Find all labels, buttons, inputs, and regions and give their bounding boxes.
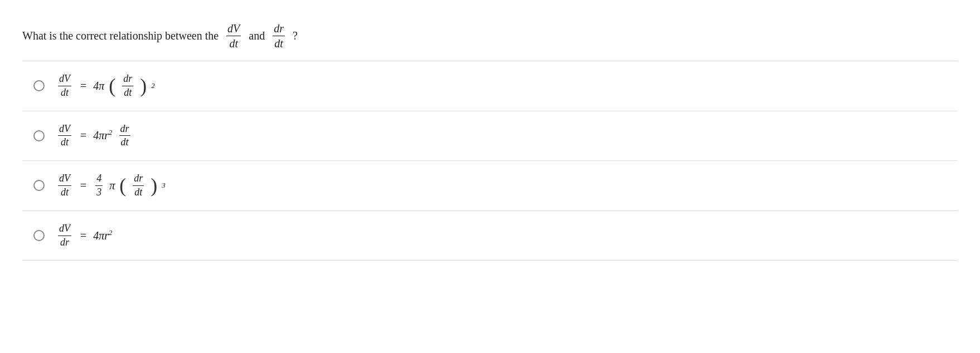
option-b[interactable]: dV dt = 4πr2 dr dt — [22, 111, 958, 161]
radio-c[interactable] — [33, 180, 45, 191]
formula-a: dV dt = 4π ( dr dt ) 2 — [56, 73, 155, 99]
option-a[interactable]: dV dt = 4π ( dr dt ) 2 — [22, 61, 958, 111]
four-thirds-c: 4 3 — [95, 173, 103, 198]
lparen-a: ( — [109, 76, 115, 96]
drdt-b: dr dt — [119, 124, 130, 149]
dVdr-d: dV dr — [58, 223, 71, 248]
lparen-c: ( — [119, 175, 126, 195]
dVdt-fraction-header: dV dt — [226, 22, 241, 50]
drdt-denominator-header: dt — [273, 36, 284, 50]
and-word: and — [249, 30, 265, 42]
formula-b: dV dt = 4πr2 dr dt — [56, 124, 133, 149]
page-container: What is the correct relationship between… — [0, 0, 980, 274]
rparen-c: ) — [151, 175, 157, 195]
coeff-a: 4π — [93, 80, 104, 92]
drdt-a: dr dt — [122, 73, 133, 99]
dVdt-numerator-header: dV — [226, 22, 241, 36]
formula-c: dV dt = 4 3 π ( dr dt ) 3 — [56, 173, 166, 198]
drdt-numerator-header: dr — [273, 22, 285, 36]
radio-d[interactable] — [33, 230, 45, 241]
drdt-fraction-header: dr dt — [273, 22, 285, 50]
pi-c: π — [109, 179, 115, 192]
radio-a[interactable] — [33, 80, 45, 91]
drdt-c: dr dt — [133, 173, 144, 198]
option-d[interactable]: dV dr = 4πr2 — [22, 211, 958, 261]
coeff-d: 4πr2 — [93, 229, 112, 242]
dVdt-a: dV dt — [58, 73, 71, 99]
dVdt-c: dV dt — [58, 173, 71, 198]
question-mark: ? — [293, 30, 298, 42]
radio-b[interactable] — [33, 130, 45, 141]
dVdt-denominator-header: dt — [228, 36, 239, 50]
rparen-a: ) — [140, 76, 147, 96]
option-c[interactable]: dV dt = 4 3 π ( dr dt ) 3 — [22, 161, 958, 211]
coeff-b: 4πr2 — [93, 129, 112, 142]
question-prefix: What is the correct relationship between… — [22, 30, 219, 42]
question-header: What is the correct relationship between… — [22, 13, 958, 61]
dVdt-b: dV dt — [58, 124, 71, 149]
formula-d: dV dr = 4πr2 — [56, 223, 113, 248]
